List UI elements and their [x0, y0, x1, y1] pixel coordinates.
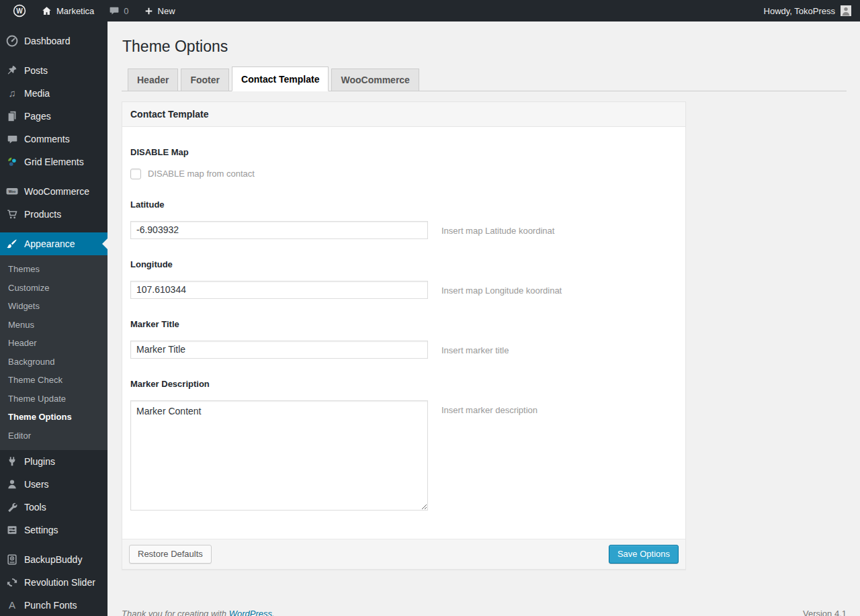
sidebar-item-settings[interactable]: Settings	[0, 519, 108, 541]
field-label: DISABLE Map	[130, 147, 677, 157]
submenu-item-editor[interactable]: Editor	[0, 427, 108, 445]
sidebar-item-tools[interactable]: Tools	[0, 496, 108, 519]
checkbox-label: DISABLE map from contact	[148, 169, 255, 179]
footer-thanks: Thank you for creating with WordPress.	[122, 609, 275, 616]
sidebar-item-label: Posts	[24, 65, 48, 76]
field-label: Marker Title	[130, 319, 677, 329]
save-options-button[interactable]: Save Options	[609, 545, 679, 564]
sidebar-item-label: Plugins	[24, 456, 55, 467]
submenu-item-theme-update[interactable]: Theme Update	[0, 390, 108, 408]
main-content: Theme Options Header Footer Contact Temp…	[108, 21, 860, 616]
submenu-item-widgets[interactable]: Widgets	[0, 297, 108, 316]
backup-drive-icon	[5, 553, 19, 566]
sidebar-item-users[interactable]: Users	[0, 473, 108, 496]
disable-map-field: DISABLE Map DISABLE map from contact	[130, 147, 677, 179]
sidebar-item-label: Settings	[24, 525, 58, 535]
panel-footer: Restore Defaults Save Options	[122, 539, 685, 569]
checkbox-row: DISABLE map from contact	[130, 169, 677, 179]
tab-header[interactable]: Header	[128, 69, 178, 91]
sidebar-item-backupbuddy[interactable]: BackupBuddy	[0, 548, 108, 571]
dashboard-icon	[5, 34, 19, 48]
longitude-field: Longitude Insert map Longitude koordinat	[130, 259, 677, 299]
sidebar-item-label: Media	[24, 88, 50, 99]
sliders-icon	[5, 523, 19, 537]
sidebar-item-pages[interactable]: Pages	[0, 105, 108, 128]
sidebar-item-woocommerce[interactable]: Woo WooCommerce	[0, 180, 108, 203]
submenu-item-theme-check[interactable]: Theme Check	[0, 371, 108, 390]
field-hint: Insert marker description	[441, 400, 538, 415]
wordpress-logo-menu[interactable]: W	[5, 0, 34, 21]
marker-description-textarea[interactable]: Marker Content	[130, 400, 428, 511]
sidebar-item-revolution-slider[interactable]: Revolution Slider	[0, 571, 108, 594]
sidebar-item-products[interactable]: Products	[0, 203, 108, 226]
marker-title-input[interactable]	[130, 341, 428, 359]
new-label: New	[158, 6, 175, 16]
field-label: Longitude	[130, 259, 677, 269]
page-footer: Thank you for creating with WordPress. V…	[122, 609, 847, 616]
wordpress-logo-icon: W	[13, 4, 26, 17]
sidebar-item-label: Revolution Slider	[24, 577, 95, 588]
admin-bar-left: W Marketica 0 New	[0, 0, 183, 21]
longitude-input[interactable]	[130, 281, 428, 299]
sidebar-item-posts[interactable]: Posts	[0, 59, 108, 82]
menu-separator	[0, 226, 108, 232]
menu-separator	[0, 52, 108, 59]
field-label: Latitude	[130, 200, 677, 210]
sidebar-item-label: Punch Fonts	[24, 600, 77, 611]
comment-count: 0	[124, 6, 128, 16]
menu-separator	[0, 541, 108, 548]
admin-menu: Dashboard Posts ♫ Media Pages Comments G…	[0, 21, 108, 616]
comment-bubble-icon	[109, 5, 120, 16]
marker-description-field: Marker Description Marker Content Insert…	[130, 379, 677, 511]
marker-title-field: Marker Title Insert marker title	[130, 319, 677, 359]
submenu-item-menus[interactable]: Menus	[0, 316, 108, 335]
appearance-submenu: Themes Customize Widgets Menus Header Ba…	[0, 255, 108, 450]
panel-body: DISABLE Map DISABLE map from contact Lat…	[122, 127, 685, 539]
svg-text:W: W	[16, 7, 23, 15]
pushpin-icon	[5, 64, 19, 77]
tab-footer[interactable]: Footer	[181, 69, 229, 91]
site-name-menu[interactable]: Marketica	[34, 0, 101, 21]
sidebar-item-media[interactable]: ♫ Media	[0, 82, 108, 105]
menu-separator	[0, 173, 108, 180]
sidebar-item-punch-fonts[interactable]: A Punch Fonts	[0, 594, 108, 616]
panel-title: Contact Template	[122, 102, 685, 127]
submenu-item-header[interactable]: Header	[0, 334, 108, 353]
media-icon: ♫	[5, 87, 19, 100]
sidebar-item-label: Products	[24, 209, 61, 220]
wrench-icon	[5, 500, 19, 514]
account-menu[interactable]: Howdy, TokoPress	[764, 0, 860, 21]
wordpress-link[interactable]: WordPress	[229, 609, 272, 616]
plus-icon	[144, 6, 154, 16]
grid-elements-icon	[5, 155, 19, 169]
tab-woocommerce[interactable]: WooCommerce	[331, 69, 419, 91]
page-title: Theme Options	[122, 37, 847, 57]
field-hint: Insert marker title	[441, 341, 509, 355]
disable-map-checkbox[interactable]	[130, 169, 141, 179]
tab-contact-template[interactable]: Contact Template	[232, 67, 329, 91]
field-hint: Insert map Longitude koordinat	[441, 281, 562, 296]
comments-menu[interactable]: 0	[101, 0, 136, 21]
submenu-item-themes[interactable]: Themes	[0, 260, 108, 279]
sidebar-item-label: Grid Elements	[24, 157, 84, 167]
sidebar-item-plugins[interactable]: Plugins	[0, 450, 108, 473]
sidebar-item-grid-elements[interactable]: Grid Elements	[0, 150, 108, 173]
plug-icon	[5, 455, 19, 468]
submenu-item-customize[interactable]: Customize	[0, 279, 108, 298]
howdy-text: Howdy, TokoPress	[764, 6, 835, 16]
latitude-field: Latitude Insert map Latitude koordinat	[130, 200, 677, 239]
restore-defaults-button[interactable]: Restore Defaults	[129, 545, 212, 564]
sidebar-item-appearance[interactable]: Appearance	[0, 232, 108, 255]
admin-bar: W Marketica 0 New Howdy, TokoPress	[0, 0, 860, 21]
sidebar-item-dashboard[interactable]: Dashboard	[0, 30, 108, 52]
avatar	[841, 5, 851, 16]
nav-tabs: Header Footer Contact Template WooCommer…	[122, 67, 847, 91]
submenu-item-theme-options[interactable]: Theme Options	[0, 408, 108, 427]
submenu-item-background[interactable]: Background	[0, 353, 108, 371]
latitude-input[interactable]	[130, 221, 428, 239]
sidebar-item-comments[interactable]: Comments	[0, 128, 108, 150]
sidebar-item-label: Dashboard	[24, 36, 71, 46]
paintbrush-icon	[5, 237, 19, 251]
new-content-menu[interactable]: New	[136, 0, 183, 21]
sidebar-item-label: Pages	[24, 111, 51, 122]
